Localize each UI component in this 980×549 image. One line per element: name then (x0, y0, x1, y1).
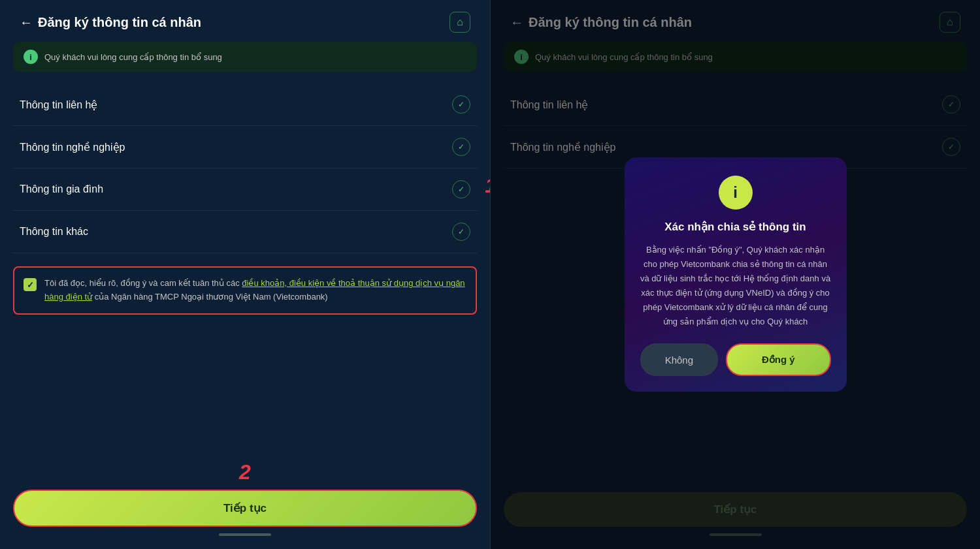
section-gia-dinh-label: Thông tin gia đình (20, 183, 103, 195)
section-nghe-nghiep-label: Thông tin nghề nghiệp (20, 141, 125, 153)
modal-no-button[interactable]: Không (640, 343, 719, 376)
modal-body: Bằng việc nhấn "Đồng ý", Quý khách xác n… (640, 243, 831, 330)
check-icon: ✓ (27, 280, 34, 290)
chevron-down-icon-4: ✓ (458, 227, 465, 236)
section-gia-dinh-chevron: ✓ (452, 180, 470, 198)
section-nghe-nghiep-chevron: ✓ (452, 138, 470, 156)
chevron-down-icon-2: ✓ (458, 142, 465, 151)
left-info-banner: i Quý khách vui lòng cung cấp thông tin … (13, 42, 477, 72)
terms-checkbox[interactable]: ✓ (24, 278, 37, 291)
left-continue-wrap: 2 Tiếp tục (13, 447, 477, 536)
modal-title: Xác nhận chia sẻ thông tin (640, 220, 831, 234)
left-phone-panel: ← Đăng ký thông tin cá nhân ⌂ i Quý khác… (0, 0, 490, 549)
terms-text: Tôi đã đọc, hiểu rõ, đồng ý và cam kết t… (44, 277, 466, 304)
modal-icon-wrap: i (640, 176, 831, 210)
section-lien-he-label: Thông tin liên hệ (20, 99, 97, 111)
modal-info-icon: i (719, 176, 753, 210)
section-gia-dinh[interactable]: Thông tin gia đình ✓ 1 (13, 168, 477, 211)
chevron-down-icon: ✓ (458, 100, 465, 109)
left-continue-button[interactable]: Tiếp tục (13, 490, 477, 527)
step2-container: 2 (13, 460, 477, 484)
terms-checkbox-area[interactable]: ✓ Tôi đã đọc, hiểu rõ, đồng ý và cam kết… (13, 266, 477, 315)
modal-yes-button[interactable]: Đồng ý (726, 343, 830, 376)
section-khac-label: Thông tin khác (20, 226, 88, 238)
terms-text-before: Tôi đã đọc, hiểu rõ, đồng ý và cam kết t… (44, 278, 242, 288)
section-nghe-nghiep[interactable]: Thông tin nghề nghiệp ✓ (13, 126, 477, 168)
left-back-button[interactable]: ← Đăng ký thông tin cá nhân (20, 15, 201, 30)
terms-text-after: của Ngân hàng TMCP Ngoại thương Việt Nam… (92, 292, 328, 302)
step2-badge: 2 (239, 460, 251, 484)
section-khac-chevron: ✓ (452, 223, 470, 241)
left-home-button[interactable]: ⌂ (449, 12, 470, 33)
modal-overlay: i Xác nhận chia sẻ thông tin Bằng việc n… (491, 0, 980, 549)
left-header: ← Đăng ký thông tin cá nhân ⌂ (13, 0, 477, 42)
section-khac[interactable]: Thông tin khác ✓ (13, 211, 477, 253)
chevron-down-icon-3: ✓ (458, 185, 465, 194)
left-page-title: Đăng ký thông tin cá nhân (38, 15, 201, 30)
modal-buttons: Không Đồng ý (640, 343, 831, 376)
left-bottom-bar (219, 533, 271, 536)
left-info-text: Quý khách vui lòng cung cấp thông tin bổ… (44, 52, 222, 62)
section-lien-he[interactable]: Thông tin liên hệ ✓ (13, 84, 477, 126)
left-home-icon: ⌂ (457, 16, 463, 28)
right-phone-panel: ← Đăng ký thông tin cá nhân ⌂ i Quý khác… (490, 0, 980, 549)
section-lien-he-chevron: ✓ (452, 95, 470, 114)
confirm-modal: i Xác nhận chia sẻ thông tin Bằng việc n… (625, 157, 847, 392)
left-info-icon: i (24, 50, 38, 64)
left-back-arrow-icon: ← (20, 15, 33, 30)
